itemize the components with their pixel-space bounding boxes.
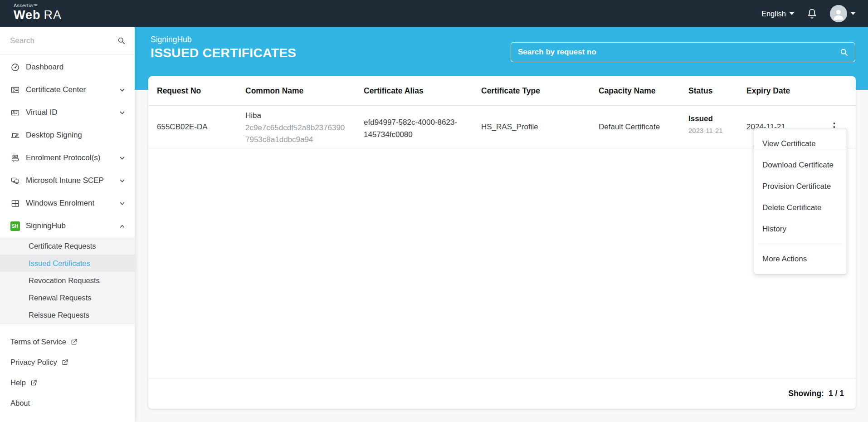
sidebar-item-issued-certificates[interactable]: Issued Certificates — [0, 255, 135, 272]
sidebar-item-revocation-requests[interactable]: Revocation Requests — [0, 272, 135, 289]
column-header-status: Status — [688, 76, 712, 106]
sidebar-item-label: Virtual ID — [26, 108, 58, 117]
table-row: 655CB02E-DA Hiba 2c9e7c65dcdf52a8b237639… — [148, 106, 856, 148]
column-header-request-no: Request No — [157, 76, 201, 106]
row-actions-menu: View Certificate Download Certificate Pr… — [754, 128, 847, 275]
terms-of-service-link[interactable]: Terms of Service — [0, 332, 135, 352]
sidebar-item-label: Windows Enrolment — [26, 199, 94, 208]
about-link[interactable]: About — [0, 393, 135, 413]
sidebar-footer-links: Terms of Service Privacy Policy Help — [0, 332, 135, 413]
webra-logo[interactable]: Ascertia™ WebRA — [14, 3, 62, 22]
status-badge: Issued — [688, 114, 723, 123]
signinghub-icon: SH — [10, 221, 20, 231]
cell-capacity-name: Default Certificate — [599, 106, 660, 148]
external-link-icon — [61, 359, 68, 366]
menu-item-delete-certificate[interactable]: Delete Certificate — [754, 197, 847, 218]
sidebar-item-renewal-requests[interactable]: Renewal Requests — [0, 289, 135, 306]
table-header-row: Request No Common Name Certificate Alias… — [148, 76, 856, 106]
user-menu[interactable] — [830, 5, 855, 22]
column-header-certificate-alias: Certificate Alias — [364, 76, 424, 106]
request-search-input[interactable] — [511, 43, 839, 62]
link-label: Help — [10, 378, 26, 387]
cell-certificate-alias: efd94997-582c-4000-8623- 145734fc0080 — [364, 116, 457, 141]
table-footer: Showing: 1 / 1 — [148, 378, 856, 409]
cell-request-no: 655CB02E-DA — [157, 106, 208, 148]
request-search-box — [511, 42, 855, 62]
column-header-capacity-name: Capacity Name — [599, 76, 655, 106]
issued-certificates-table-card: Request No Common Name Certificate Alias… — [148, 76, 856, 409]
external-link-icon — [30, 379, 37, 387]
link-label: About — [10, 399, 30, 407]
alias-line2: 145734fc0080 — [364, 128, 457, 141]
sidebar-item-label: Microsoft Intune SCEP — [26, 176, 104, 185]
link-label: Terms of Service — [10, 338, 66, 346]
menu-item-download-certificate[interactable]: Download Certificate — [754, 154, 847, 176]
menu-item-view-certificate[interactable]: View Certificate — [754, 133, 847, 154]
common-name: Hiba — [245, 110, 345, 122]
sidebar-item-enrolment-protocols[interactable]: Enrolment Protocol(s) — [0, 147, 135, 169]
chevron-up-icon — [119, 223, 126, 230]
dual-monitor-icon — [10, 176, 20, 186]
cell-common-name: Hiba 2c9e7c65dcdf52a8b2376390 7953c8a1dd… — [245, 110, 345, 146]
menu-item-more-actions[interactable]: More Actions — [754, 248, 847, 270]
sidebar-item-label: Desktop Signing — [26, 131, 82, 140]
dashboard-gauge-icon — [10, 62, 20, 72]
search-icon[interactable] — [839, 48, 848, 57]
search-icon[interactable] — [117, 36, 126, 45]
cell-certificate-type: HS_RAS_Profile — [481, 106, 538, 148]
chevron-down-icon — [119, 177, 126, 184]
ascertia-brand-text: Ascertia™ — [14, 3, 62, 8]
showing-value: 1 / 1 — [829, 389, 844, 398]
divider — [759, 244, 842, 244]
status-date: 2023-11-21 — [688, 127, 723, 134]
menu-item-history[interactable]: History — [754, 218, 847, 240]
showing-label: Showing: — [788, 389, 824, 398]
privacy-policy-link[interactable]: Privacy Policy — [0, 352, 135, 373]
sidebar-search — [0, 27, 135, 54]
signinghub-submenu: Certificate Requests Issued Certificates… — [0, 237, 135, 324]
chevron-down-icon — [790, 12, 794, 15]
breadcrumb: SigningHub — [151, 35, 296, 44]
external-link-icon — [70, 339, 78, 346]
cell-status: Issued 2023-11-21 — [688, 114, 723, 134]
top-navbar: Ascertia™ WebRA English — [0, 0, 868, 27]
sidebar-item-label: Dashboard — [26, 63, 63, 72]
sidebar-item-signinghub[interactable]: SH SigningHub — [0, 215, 135, 237]
column-header-expiry-date: Expiry Date — [746, 76, 790, 106]
page-title: ISSUED CERTIFICATES — [151, 46, 296, 60]
chevron-down-icon — [119, 109, 126, 116]
enrolment-device-icon — [10, 153, 20, 163]
sidebar-item-microsoft-intune-scep[interactable]: Microsoft Intune SCEP — [0, 169, 135, 192]
notifications-bell-icon[interactable] — [806, 8, 818, 20]
request-no-link[interactable]: 655CB02E-DA — [157, 123, 208, 132]
sidebar-search-input[interactable] — [0, 27, 135, 54]
sidebar-item-certificate-requests[interactable]: Certificate Requests — [0, 237, 135, 255]
sidebar-item-windows-enrolment[interactable]: Windows Enrolment — [0, 192, 135, 215]
windows-icon — [10, 198, 20, 208]
divider — [754, 149, 847, 149]
sidebar-item-certificate-center[interactable]: Certificate Center — [0, 79, 135, 101]
help-link[interactable]: Help — [0, 373, 135, 393]
laptop-pen-icon — [10, 130, 20, 140]
language-selector[interactable]: English — [761, 10, 794, 18]
sidebar-item-desktop-signing[interactable]: Desktop Signing — [0, 124, 135, 147]
sidebar-item-virtual-id[interactable]: Virtual ID — [0, 101, 135, 124]
chevron-down-icon — [119, 155, 126, 162]
sidebar-item-dashboard[interactable]: Dashboard — [0, 56, 135, 79]
language-label: English — [761, 10, 786, 18]
sidebar-nav: Dashboard Certificate Center — [0, 54, 135, 413]
chevron-down-icon — [119, 200, 126, 207]
sidebar-item-reissue-requests[interactable]: Reissue Requests — [0, 306, 135, 324]
certificate-icon — [10, 85, 20, 95]
common-name-hash-line1: 2c9e7c65dcdf52a8b2376390 — [245, 122, 345, 134]
id-card-icon — [10, 108, 20, 118]
webra-app: Ascertia™ WebRA English — [0, 0, 868, 422]
avatar — [830, 5, 847, 22]
alias-line1: efd94997-582c-4000-8623- — [364, 116, 457, 128]
column-header-certificate-type: Certificate Type — [481, 76, 540, 106]
menu-item-provision-certificate[interactable]: Provision Certificate — [754, 176, 847, 197]
link-label: Privacy Policy — [10, 358, 57, 367]
showing-count: Showing: 1 / 1 — [788, 389, 844, 398]
sidebar-item-label: Certificate Center — [26, 85, 86, 94]
sidebar-item-label: Enrolment Protocol(s) — [26, 153, 100, 162]
